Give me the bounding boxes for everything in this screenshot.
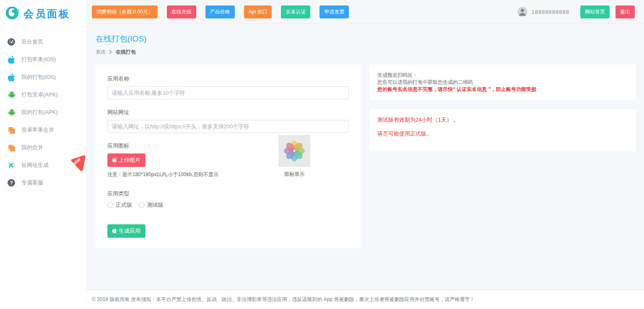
sidebar-item-dashboard[interactable]: 后台首页 xyxy=(0,33,86,51)
new-ribbon-badge: NEW xyxy=(70,155,86,173)
copy-icon xyxy=(6,144,16,152)
consume-detail-button[interactable]: 消费明细（余额:0.00元） xyxy=(92,5,158,18)
trial-notice-line1: 测试版有效期为24小时（1天）， xyxy=(377,116,628,124)
sidebar-item-label: 安卓苹果合并 xyxy=(21,126,54,134)
dashboard-icon xyxy=(6,38,16,46)
app-name-input[interactable] xyxy=(107,86,349,99)
sidebar-menu: 后台首页 打包苹果(iOS) 我的打包(iOS) xyxy=(0,33,86,192)
breadcrumb-item[interactable]: 系统 xyxy=(96,49,106,56)
android-icon xyxy=(6,108,16,117)
radio-test-version[interactable]: 测试版 xyxy=(139,201,164,209)
real-name-warning: 您的账号实名信息不完整，请尽快“ 认证实名信息 ”，防止账号功能受损 xyxy=(377,86,628,93)
sidebar-item-label: 打包安卓(APK) xyxy=(21,91,58,99)
app-type-section: 应用类型 正式版 测试版 xyxy=(107,190,349,209)
brand-title: 会员面板 xyxy=(23,7,70,21)
icon-preview-block: 图标展示 xyxy=(278,135,310,178)
upload-image-button[interactable]: 上传图片 xyxy=(107,153,145,167)
apple-icon xyxy=(6,73,16,81)
api-button[interactable]: Api 接口 xyxy=(244,5,272,18)
generate-app-button[interactable]: 生成应用 xyxy=(107,224,145,238)
scan-preview-card: 生成预览扫码区： 您也可以进我的打包中获取您生成的二维码 您的账号实名信息不完整… xyxy=(370,65,636,100)
app-icon-section: 应用图标 上传图片 注意：图片180*180px以内,小于100kb,否则不显示 xyxy=(107,142,349,178)
app-name-label: 应用名称 xyxy=(107,75,349,83)
trial-notice-card: 测试版有效期为24小时（1天）， 请尽可能使用正式版。 xyxy=(370,109,636,151)
apple-icon xyxy=(6,55,16,64)
upload-image-label: 上传图片 xyxy=(119,156,140,164)
sidebar-item-label: 专属客服 xyxy=(21,179,43,187)
icon-preview-caption: 图标展示 xyxy=(278,171,310,178)
sidebar-item-short-url[interactable]: 短网址生成 NEW xyxy=(0,156,86,174)
sidebar-item-label: 我的打包(iOS) xyxy=(21,73,56,81)
sidebar-item-my-apk[interactable]: 我的打包(APK) xyxy=(0,104,86,121)
package-form-card: 应用名称 网站网址 应用图标 上传图片 注意：图片180*180px以内, xyxy=(96,65,361,248)
brand-logo[interactable]: 会员面板 xyxy=(0,0,86,26)
sidebar-item-label: 我的打包(APK) xyxy=(21,109,58,116)
android-icon xyxy=(6,91,16,99)
generate-app-label: 生成应用 xyxy=(119,227,140,235)
logout-button[interactable]: 退出 xyxy=(615,5,635,18)
breadcrumb-current: 在线打包 xyxy=(116,49,136,56)
apple-icon xyxy=(112,157,117,164)
sidebar-item-label: 打包苹果(iOS) xyxy=(21,56,56,63)
site-url-input[interactable] xyxy=(107,120,349,133)
trial-notice-line2: 请尽可能使用正式版。 xyxy=(377,130,628,138)
real-name-auth-button[interactable]: 实名认证 xyxy=(281,5,310,18)
scan-preview-line2: 您也可以进我的打包中获取您生成的二维码 xyxy=(377,79,628,86)
question-icon: ? xyxy=(6,179,16,187)
plane-icon xyxy=(6,161,16,169)
app-type-label: 应用类型 xyxy=(107,190,349,197)
sidebar-item-support[interactable]: ? 专属客服 xyxy=(0,174,86,192)
swirl-logo-icon xyxy=(5,5,20,22)
radio-official-label: 正式版 xyxy=(116,201,132,209)
sidebar-item-my-ios[interactable]: 我的打包(iOS) xyxy=(0,68,86,86)
chevron-right-icon xyxy=(109,49,112,55)
upload-note: 注意：图片180*180px以内,小于100kb,否则不显示 xyxy=(107,171,349,178)
app-icon-label: 应用图标 xyxy=(107,142,349,150)
site-url-section: 网站网址 xyxy=(107,109,349,133)
top-header-bar: 消费明细（余额:0.00元） 在线充值 产品价格 Api 接口 实名认证 申请发… xyxy=(87,0,644,24)
flower-photos-icon xyxy=(282,139,306,163)
header-user-area: 18888888888 网站首页 退出 xyxy=(517,5,638,18)
product-price-button[interactable]: 产品价格 xyxy=(205,5,235,18)
icon-preview-image xyxy=(278,135,310,167)
sidebar-item-merge[interactable]: 安卓苹果合并 xyxy=(0,121,86,139)
notice-column: 生成预览扫码区： 您也可以进我的打包中获取您生成的二维码 您的账号实名信息不完整… xyxy=(370,65,636,151)
sidebar-item-label: 后台首页 xyxy=(21,38,43,46)
recharge-button[interactable]: 在线充值 xyxy=(167,5,196,18)
app-name-section: 应用名称 xyxy=(107,75,349,99)
sidebar: 会员面板 后台首页 打包苹果(iOS) xyxy=(0,0,87,309)
footer-bar: © 2019 版权所有 发布须知：本平台严禁上传色情、反动、政治、非法博彩类等违… xyxy=(87,290,644,309)
site-url-label: 网站网址 xyxy=(107,109,349,116)
radio-official-version[interactable]: 正式版 xyxy=(107,201,132,209)
breadcrumb: 系统 在线打包 xyxy=(96,49,636,56)
user-avatar[interactable] xyxy=(517,7,527,17)
sidebar-item-label: 短网址生成 xyxy=(21,161,49,169)
copyright-text: © 2019 版权所有 发布须知：本平台严禁上传色情、反动、政治、非法博彩类等违… xyxy=(92,296,475,303)
site-home-button[interactable]: 网站首页 xyxy=(580,5,610,18)
apple-icon xyxy=(112,228,117,234)
sidebar-item-label: 我的合并 xyxy=(21,144,43,151)
copy-icon xyxy=(6,126,16,134)
main-content: 在线打包(IOS) 系统 在线打包 应用名称 网站网址 应用图标 xyxy=(87,24,644,290)
sidebar-item-pack-ios[interactable]: 打包苹果(iOS) xyxy=(0,51,86,68)
scan-preview-title: 生成预览扫码区： xyxy=(377,72,628,79)
radio-test-label: 测试版 xyxy=(147,201,164,209)
svg-text:?: ? xyxy=(10,180,13,185)
page-title: 在线打包(IOS) xyxy=(96,34,636,44)
sidebar-item-my-merge[interactable]: 我的合并 xyxy=(0,139,86,156)
radio-circle-icon[interactable] xyxy=(107,202,113,208)
radio-circle-icon[interactable] xyxy=(139,202,145,208)
sidebar-item-pack-apk[interactable]: 打包安卓(APK) xyxy=(0,86,86,104)
user-phone: 18888888888 xyxy=(531,9,569,15)
invoice-button[interactable]: 申请发票 xyxy=(319,5,349,18)
